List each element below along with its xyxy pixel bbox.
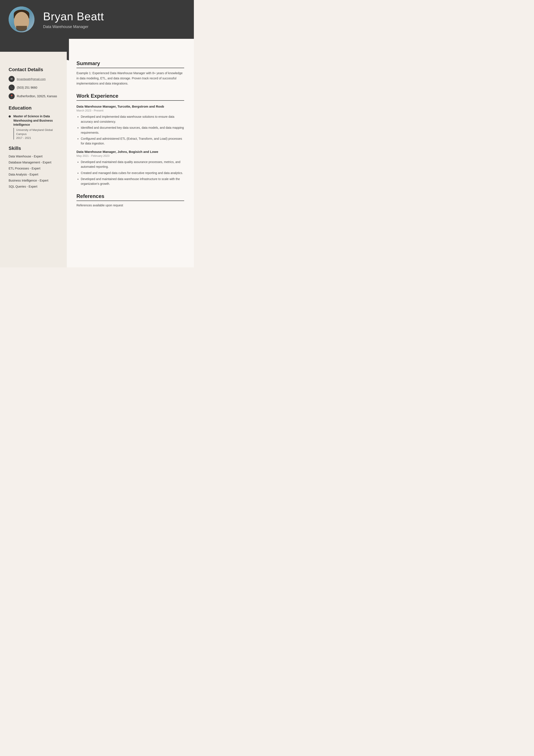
right-content: Summary Example 1: Experienced Data Ware… [67,52,194,267]
contact-section-title: Contact Details [9,67,60,72]
job-bullet-item: Developed and maintained data warehouse … [81,176,184,186]
job-entry: Data Warehouse Manager, Johns, Bogisich … [76,150,184,186]
phone-icon: 📞 [9,85,15,91]
education-item: Master of Science in Data Warehousing an… [9,114,60,140]
header-section: Bryan Beatt Data Warehouse Manager [0,0,194,39]
contact-email-item: ✉ bryanbeatt@gmail.com [9,76,60,82]
skill-item: Data Warehouse - Expert [9,155,60,158]
job-bullet-item: Created and managed data cubes for execu… [81,171,184,175]
contact-location-item: 📍 Rutherfordton, 32625, Kansas [9,93,60,99]
education-section-title: Education [9,105,60,111]
references-section-title: References [76,193,184,201]
skills-section-title: Skills [9,146,60,151]
contact-phone-item: 📞 (503) 251 9660 [9,85,60,91]
edu-years: 2017 - 2021 [16,136,60,140]
summary-text: Example 1: Experienced Data Warehouse Ma… [76,71,184,86]
job-entry: Data Warehouse Manager, Turcotte, Bergst… [76,105,184,146]
edu-institution: University of Maryland Global Campus [16,128,60,136]
job-bullet-item: Developed and maintained data quality as… [81,160,184,169]
jobs-list: Data Warehouse Manager, Turcotte, Bergst… [76,105,184,186]
skill-item: SQL Queries - Expert [9,185,60,188]
summary-section-title: Summary [76,60,184,68]
sidebar: Contact Details ✉ bryanbeatt@gmail.com 📞… [0,52,67,267]
job-bullet-item: Configured and administered ETL (Extract… [81,136,184,146]
edu-bullet-icon [9,115,11,118]
job-title: Data Warehouse Manager, Turcotte, Bergst… [76,105,184,108]
references-text: References available upon request [76,203,184,207]
candidate-title: Data Warehouse Manager [43,25,104,29]
chevron-decoration [0,39,69,52]
candidate-name: Bryan Beatt [43,10,104,23]
email-icon: ✉ [9,76,15,82]
job-dates: March 2023 - Present [76,109,184,112]
skill-item: Database Management - Expert [9,161,60,164]
main-content: Contact Details ✉ bryanbeatt@gmail.com 📞… [0,52,194,267]
job-dates: May 2021 - February 2023 [76,154,184,157]
skill-item: Data Analysis - Expert [9,173,60,176]
job-title: Data Warehouse Manager, Johns, Bogisich … [76,150,184,153]
phone-value: (503) 251 9660 [17,86,37,89]
edu-degree: Master of Science in Data Warehousing an… [13,114,60,127]
work-section-title: Work Experience [76,93,184,101]
skill-item: Business Intelligence - Expert [9,179,60,182]
job-bullets: Developed and implemented data warehouse… [76,114,184,146]
location-icon: 📍 [9,93,15,99]
avatar [9,7,35,32]
email-value: bryanbeatt@gmail.com [17,77,46,81]
job-bullet-item: Identified and documented key data sourc… [81,125,184,135]
job-bullet-item: Developed and implemented data warehouse… [81,114,184,124]
skills-list: Data Warehouse - ExpertDatabase Manageme… [9,155,60,188]
location-value: Rutherfordton, 32625, Kansas [17,94,57,98]
skill-item: ETL Processes - Expert [9,167,60,170]
job-bullets: Developed and maintained data quality as… [76,160,184,186]
